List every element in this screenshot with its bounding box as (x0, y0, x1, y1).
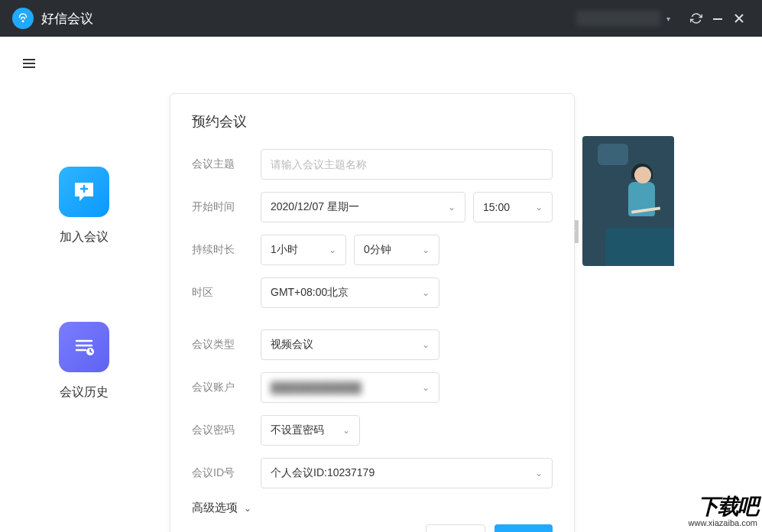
account-label: 会议账户 (192, 381, 261, 394)
sidebar-item-history[interactable]: 会议历史 (59, 322, 109, 401)
hamburger-menu-button[interactable] (23, 57, 35, 70)
modal-title: 预约会议 (192, 112, 553, 131)
main-area: 加入会议 会议历史 ▾ 预约会议 会议主题 开始时间 (0, 37, 762, 532)
duration-minutes-value: 0分钟 (364, 243, 391, 257)
meeting-id-label: 会议ID号 (192, 466, 261, 480)
chevron-down-icon: ⌄ (244, 503, 251, 514)
join-meeting-icon (59, 167, 109, 217)
svg-rect-1 (713, 18, 722, 20)
svg-point-0 (22, 20, 24, 22)
refresh-button[interactable] (686, 8, 707, 29)
meeting-type-label: 会议类型 (192, 338, 261, 352)
timezone-label: 时区 (192, 286, 261, 300)
start-time-label: 开始时间 (192, 200, 261, 214)
titlebar-user-info (576, 11, 660, 26)
chevron-down-icon: ⌄ (329, 245, 336, 255)
start-date-value: 2020/12/07 星期一 (271, 200, 359, 214)
sidebar-item-label: 加入会议 (60, 229, 109, 245)
account-select[interactable]: ████████████ ⌄ (261, 372, 439, 403)
chevron-down-icon: ⌄ (535, 202, 543, 212)
advanced-options-label: 高级选项 (192, 501, 238, 515)
duration-hours-value: 1小时 (271, 243, 298, 257)
start-time-select[interactable]: 15:00 ⌄ (473, 192, 553, 222)
chevron-down-icon: ⌄ (342, 425, 350, 436)
chevron-down-icon: ⌄ (422, 287, 430, 298)
background-illustration (582, 136, 674, 266)
duration-hours-select[interactable]: 1小时 ⌄ (261, 235, 346, 265)
minimize-button[interactable] (707, 8, 728, 29)
meeting-id-value: 个人会议ID:10237179 (271, 466, 375, 480)
titlebar: 好信会议 ▾ (0, 0, 762, 37)
confirm-button[interactable]: 预约 (494, 524, 553, 532)
meeting-type-value: 视频会议 (271, 338, 313, 352)
start-time-value: 15:00 (483, 201, 510, 213)
app-logo-icon (12, 8, 34, 29)
timezone-value: GMT+08:00北京 (271, 286, 349, 300)
watermark-text: 下载吧 (689, 492, 757, 521)
chevron-down-icon: ⌄ (422, 339, 430, 350)
chevron-down-icon: ⌄ (448, 202, 456, 212)
start-date-select[interactable]: 2020/12/07 星期一 ⌄ (261, 192, 465, 222)
topic-input[interactable] (261, 149, 553, 180)
cancel-button[interactable]: 取消 (426, 524, 485, 532)
chevron-down-icon: ⌄ (422, 245, 430, 255)
duration-label: 持续时长 (192, 243, 261, 257)
sidebar-item-label: 会议历史 (60, 384, 109, 401)
titlebar-dropdown-icon[interactable]: ▾ (666, 15, 670, 23)
sidebar: 加入会议 会议历史 (0, 37, 168, 532)
chevron-down-icon: ⌄ (422, 382, 430, 393)
history-icon (59, 322, 109, 372)
close-button[interactable] (728, 8, 750, 29)
meeting-type-select[interactable]: 视频会议 ⌄ (261, 329, 439, 360)
meeting-id-select[interactable]: 个人会议ID:10237179 ⌄ (261, 458, 553, 488)
watermark-url: www.xiazaiba.com (689, 518, 757, 527)
password-select[interactable]: 不设置密码 ⌄ (261, 415, 360, 446)
duration-minutes-select[interactable]: 0分钟 ⌄ (354, 235, 439, 265)
schedule-meeting-modal: 预约会议 会议主题 开始时间 2020/12/07 星期一 ⌄ 15:00 ⌄ (170, 93, 575, 532)
watermark: 下载吧 www.xiazaiba.com (689, 492, 757, 527)
advanced-options-toggle[interactable]: 高级选项 ⌄ (192, 501, 553, 515)
timezone-select[interactable]: GMT+08:00北京 ⌄ (261, 277, 439, 308)
password-value: 不设置密码 (271, 423, 324, 437)
password-label: 会议密码 (192, 423, 261, 437)
app-title: 好信会议 (41, 10, 93, 28)
account-value: ████████████ (271, 381, 362, 394)
topic-label: 会议主题 (192, 157, 261, 171)
sidebar-item-join-meeting[interactable]: 加入会议 (59, 167, 109, 245)
chevron-down-icon: ⌄ (535, 468, 543, 478)
